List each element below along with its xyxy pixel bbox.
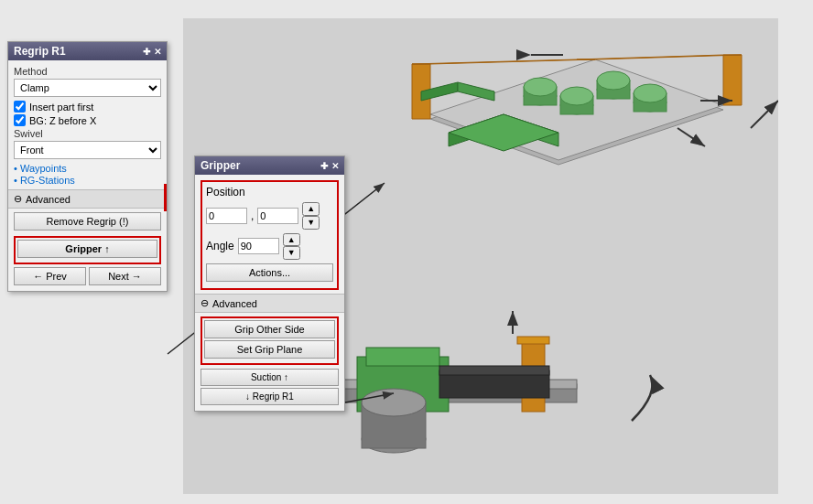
svg-point-19 [560,87,593,105]
regrip-pin-icon[interactable]: ✚ [143,47,150,57]
pos-down-btn[interactable]: ▼ [302,216,320,230]
svg-rect-37 [439,366,549,375]
swivel-select[interactable]: Front [14,141,161,159]
svg-point-16 [597,71,630,90]
insert-part-first-label: Insert part first [29,102,93,113]
angle-down-btn[interactable]: ▼ [283,246,300,260]
angle-up-btn[interactable]: ▲ [283,233,300,247]
svg-marker-10 [458,82,494,101]
regrip-panel-title: Regrip R1 [14,45,66,58]
gripper-close-icon[interactable]: ✕ [331,161,339,171]
prev-button[interactable]: ← Prev [14,267,86,285]
gripper-advanced-label: Advanced [212,298,257,309]
position-label: Position [206,186,245,198]
next-button[interactable]: Next → [89,267,161,285]
insert-part-first-row: Insert part first [14,101,161,113]
svg-point-13 [524,78,557,96]
grip-other-side-button[interactable]: Grip Other Side [204,320,335,338]
svg-rect-30 [366,348,439,366]
gripper-advanced-circle: ⊖ [201,297,209,309]
rg-stations-link[interactable]: • RG-Stations [14,175,161,186]
actions-button[interactable]: Actions... [206,263,333,282]
gripper-pin-icon[interactable]: ✚ [320,161,328,171]
regrip-advanced-section[interactable]: ⊖ Advanced [8,189,167,209]
pos-up-btn[interactable]: ▲ [302,202,320,216]
gripper-panel: Gripper ✚ ✕ Position 0 , 0 ▲ ▼ Angle 90 [194,155,345,412]
remove-regrip-button[interactable]: Remove Regrip (!) [14,212,161,231]
gripper-advanced-section[interactable]: ⊖ Advanced [195,294,344,313]
svg-rect-35 [517,337,549,344]
pos-separator: , [251,209,254,222]
regrip-advanced-label: Advanced [26,194,70,205]
regrip-advanced-circle: ⊖ [14,193,22,205]
method-select[interactable]: Clamp [14,79,161,97]
waypoints-link[interactable]: • Waypoints [14,163,161,174]
angle-input[interactable]: 90 [238,238,279,254]
svg-line-25 [678,128,705,146]
set-grip-plane-button[interactable]: Set Grip Plane [204,340,335,359]
gripper-panel-titlebar: Gripper ✚ ✕ [195,156,344,175]
regrip-r1-button[interactable]: ↓ Regrip R1 [201,388,339,405]
suction-button[interactable]: Suction ↑ [201,369,339,386]
regrip-panel-titlebar: Regrip R1 ✚ ✕ [8,42,167,60]
svg-line-26 [751,101,778,128]
swivel-label: Swivel [14,128,161,139]
svg-point-33 [362,389,426,416]
pos-x-input[interactable]: 0 [206,208,247,224]
angle-label: Angle [206,240,234,252]
svg-marker-3 [412,59,595,64]
regrip-close-icon[interactable]: ✕ [154,47,161,57]
method-label: Method [14,66,161,77]
regrip-panel: Regrip R1 ✚ ✕ Method Clamp Insert part f… [7,41,168,292]
bg-z-before-x-row: BG: Z before X [14,114,161,126]
svg-marker-5 [577,55,742,59]
insert-part-first-checkbox[interactable] [14,101,26,113]
pos-y-input[interactable]: 0 [257,208,298,224]
gripper-button[interactable]: Gripper ↑ [17,240,157,258]
svg-marker-4 [723,55,742,105]
gripper-panel-title: Gripper [201,159,240,172]
bg-z-before-x-checkbox[interactable] [14,114,26,126]
bg-z-before-x-label: BG: Z before X [29,115,96,126]
svg-point-22 [634,84,667,102]
gripper-position-section: Position 0 , 0 ▲ ▼ Angle 90 ▲ ▼ Actions.… [201,180,339,290]
